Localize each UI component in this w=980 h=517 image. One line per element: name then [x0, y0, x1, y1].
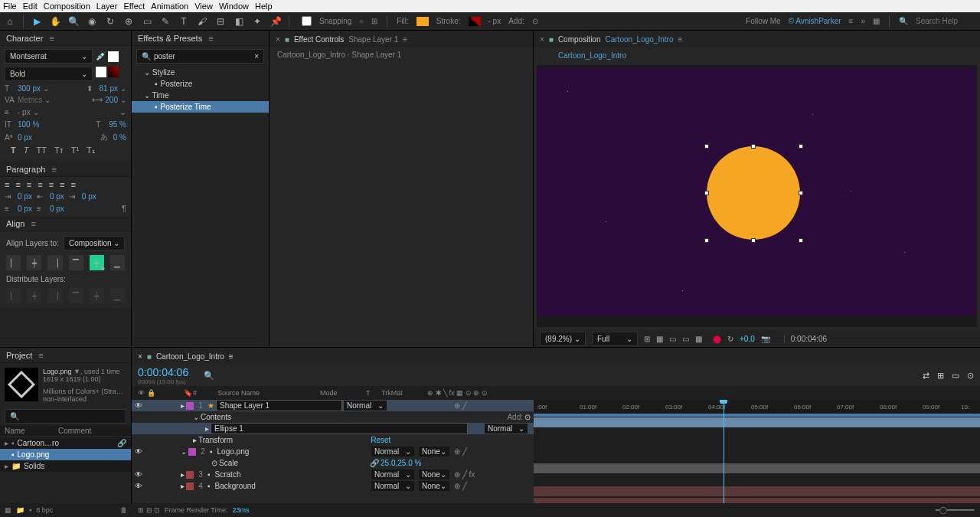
mask-icon[interactable]: ▭	[669, 335, 676, 343]
asset-dropdown-icon[interactable]: ▼	[74, 368, 80, 375]
justify-center-icon[interactable]: ≡	[49, 180, 54, 189]
sel-handle-br[interactable]	[799, 238, 803, 243]
layer-1-contents[interactable]: ⌄ContentsAdd:⊙	[132, 411, 534, 423]
user-link[interactable]: © AvnishParker	[789, 17, 841, 25]
font-weight-dropdown[interactable]: Bold⌄	[5, 67, 93, 81]
allcaps-toggle[interactable]: TT	[36, 146, 46, 155]
zoom-tool-icon[interactable]: 🔍	[67, 15, 80, 28]
layer-3-mode[interactable]: Normal⌄	[371, 470, 414, 479]
layer-2-row[interactable]: 👁⌄ 2 ▪ Logo.png Normal⌄ None⌄ ⊕ ╱	[132, 446, 534, 457]
home-icon[interactable]: ⌂	[3, 15, 17, 28]
snap-icon-2[interactable]: ⊞	[371, 17, 377, 25]
roto-tool-icon[interactable]: ✦	[250, 15, 264, 28]
effect-posterize[interactable]: ▪Posterize	[132, 78, 269, 90]
justify-all-icon[interactable]: ≡	[71, 180, 76, 189]
tl-icon-4[interactable]: ⊙	[967, 371, 974, 381]
project-panel-header[interactable]: Project≡	[0, 348, 131, 363]
text-stroke-swatch[interactable]	[108, 67, 119, 77]
project-item-logo[interactable]: ▸▪Logo.png	[0, 449, 131, 460]
ellipse-mode[interactable]: Normal⌄	[485, 424, 528, 434]
indent-right[interactable]: 0 px	[82, 192, 96, 201]
align-center-icon[interactable]: ≡	[15, 180, 20, 189]
indent-left[interactable]: 0 px	[18, 192, 32, 201]
bold-toggle[interactable]: T	[11, 146, 16, 155]
shape-ellipse[interactable]	[707, 146, 800, 240]
menu-edit[interactable]: Edit	[23, 2, 38, 11]
rect-tool-icon[interactable]: ▭	[140, 15, 154, 28]
menu-layer[interactable]: Layer	[96, 2, 118, 11]
grid-icon[interactable]: ⊞	[644, 335, 650, 343]
menu-help[interactable]: Help	[255, 2, 273, 11]
stamp-tool-icon[interactable]: ⊟	[214, 15, 227, 28]
composition-viewport[interactable]	[537, 65, 977, 327]
eyedropper-icon[interactable]: 💉	[96, 51, 106, 61]
composition-tab[interactable]: ×■ Composition Cartoon_Logo_Intro ≡	[534, 31, 980, 47]
delete-icon[interactable]: 🗑	[120, 506, 127, 514]
reset-link[interactable]: Reset	[371, 436, 390, 444]
sel-handle-bl[interactable]	[704, 238, 709, 243]
para-dir-icon[interactable]: ¶	[122, 204, 126, 213]
align-bottom-btn[interactable]: ▁	[110, 255, 125, 270]
sel-handle-tr[interactable]	[799, 144, 803, 149]
menu-effect[interactable]: Effect	[123, 2, 145, 11]
guides-icon[interactable]: ▦	[656, 335, 663, 343]
sel-handle-tl[interactable]	[704, 144, 709, 149]
font-size-field[interactable]: 300 px	[18, 84, 41, 93]
text-tool-icon[interactable]: T	[177, 15, 191, 28]
clear-search-icon[interactable]: ×	[254, 52, 259, 61]
sel-handle-tc[interactable]	[751, 144, 756, 149]
effects-panel-header[interactable]: Effects & Presets≡	[132, 31, 269, 46]
justify-left-icon[interactable]: ≡	[38, 180, 42, 189]
rotate-tool-icon[interactable]: ↻	[103, 15, 117, 28]
paragraph-panel-header[interactable]: Paragraph≡	[0, 162, 131, 177]
interpret-icon[interactable]: ▦	[5, 506, 11, 514]
pen-tool-icon[interactable]: ✎	[158, 15, 172, 28]
playhead[interactable]	[724, 400, 724, 503]
smallcaps-toggle[interactable]: Tт	[54, 146, 64, 155]
orbit-tool-icon[interactable]: ◉	[85, 15, 99, 28]
anchor-tool-icon[interactable]: ⊕	[122, 15, 136, 28]
space-before[interactable]: 0 px	[18, 205, 32, 213]
menu-window[interactable]: Window	[219, 2, 249, 11]
layer-4-mode[interactable]: Normal⌄	[371, 481, 414, 491]
eraser-tool-icon[interactable]: ◧	[232, 15, 246, 28]
resolution-dropdown[interactable]: Full⌄	[592, 332, 638, 346]
layer-3-trk[interactable]: None⌄	[419, 470, 449, 479]
layer-2-mode[interactable]: Normal⌄	[371, 447, 414, 456]
baseline-field[interactable]: 0 px	[18, 133, 32, 142]
align-vcenter-btn[interactable]: ┿➤	[90, 255, 104, 270]
timeline-tab[interactable]: ×■Cartoon_Logo_Intro≡	[132, 348, 980, 365]
preview-time[interactable]: 0:00:04:06	[784, 335, 827, 343]
time-ruler[interactable]: :00f01:00f02:00f03:00f04:00f05:00f06:00f…	[534, 400, 980, 414]
tsumi-field[interactable]: 0 %	[113, 133, 126, 142]
character-panel-header[interactable]: Character≡	[0, 31, 131, 46]
fill-swatch[interactable]	[416, 17, 429, 26]
sel-handle-mr[interactable]	[799, 191, 803, 195]
color-mgmt-icon[interactable]: ⬤	[713, 335, 721, 343]
font-family-dropdown[interactable]: Montserrat⌄	[5, 49, 93, 64]
menu-file[interactable]: File	[3, 2, 17, 11]
timeline-tracks[interactable]: :00f01:00f02:00f03:00f04:00f05:00f06:00f…	[534, 400, 980, 503]
layer-1-mode[interactable]: Normal⌄	[344, 401, 387, 411]
align-target-dropdown[interactable]: Composition⌄	[64, 236, 125, 250]
fill-color-swatch[interactable]	[108, 51, 119, 62]
follow-me[interactable]: Follow Me	[746, 17, 781, 25]
italic-toggle[interactable]: T	[24, 146, 29, 155]
reset-exposure-icon[interactable]: ↻	[727, 335, 733, 343]
bpc-toggle[interactable]: 8 bpc	[36, 506, 53, 514]
scale-value[interactable]: 25.0,25.0 %	[381, 459, 421, 467]
menu-view[interactable]: View	[194, 2, 213, 11]
menu-composition[interactable]: Composition	[44, 2, 90, 11]
layer-2-scale[interactable]: ⊙Scale🔗25.0,25.0 %	[132, 457, 534, 469]
layer-1-ellipse[interactable]: ▸Ellipse 1Normal⌄	[132, 423, 534, 434]
toggle-switches-icon[interactable]: ⊞ ⊟ ⊡	[138, 506, 160, 514]
tracking-field[interactable]: 200	[105, 96, 118, 104]
layer-4-trk[interactable]: None⌄	[419, 481, 449, 491]
new-comp-icon[interactable]: ▪	[29, 506, 31, 514]
transparency-icon[interactable]: ▦	[695, 335, 702, 343]
hand-tool-icon[interactable]: ✋	[48, 15, 62, 28]
project-item-comp[interactable]: ▸▪Cartoon…ro🔗	[0, 437, 131, 449]
add-icon[interactable]: ⊙	[524, 413, 531, 421]
superscript-toggle[interactable]: T¹	[71, 146, 79, 155]
puppet-tool-icon[interactable]: 📌	[269, 15, 283, 28]
